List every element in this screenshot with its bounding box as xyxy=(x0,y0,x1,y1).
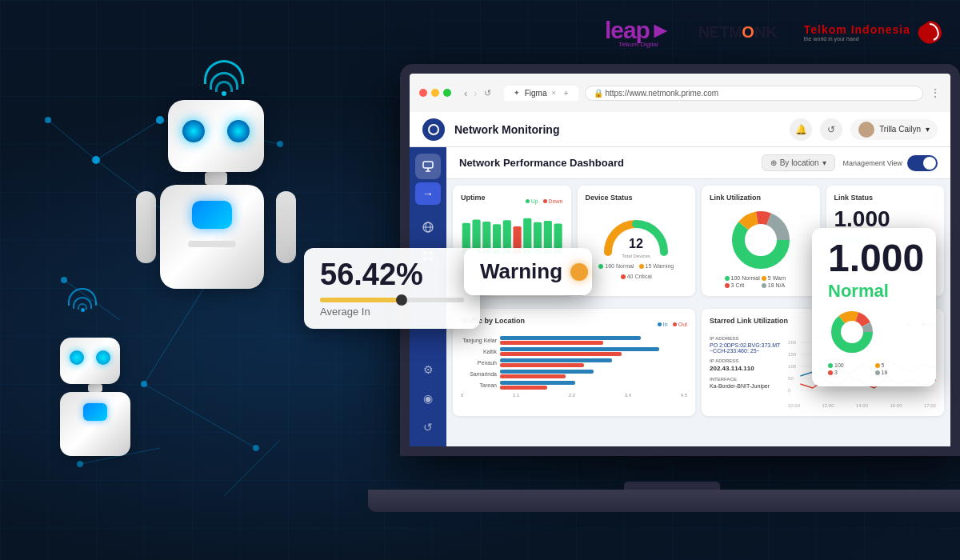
loc-in-bar-5 xyxy=(500,381,575,385)
toggle-label: Management View xyxy=(843,159,902,167)
loc-name-3: Penauh xyxy=(461,360,497,366)
globe-icon xyxy=(422,221,434,234)
netmonk-text-start: NETM xyxy=(698,23,742,42)
settings-icon[interactable]: ↺ xyxy=(820,118,842,141)
legend-critical-devices: 40 Critical xyxy=(621,274,652,279)
loc-out-bar-5 xyxy=(500,386,547,390)
small-robot-eye-right xyxy=(96,350,110,365)
filter-btn[interactable]: ⊕ By location ▾ xyxy=(762,154,835,171)
telkom-sub: the world in your hand xyxy=(804,36,910,42)
robot-neck xyxy=(205,172,227,185)
browser-dots xyxy=(419,89,451,97)
toggle-switch[interactable] xyxy=(907,155,938,171)
back-icon[interactable]: ‹ xyxy=(464,87,467,99)
robot-chest-light xyxy=(192,201,232,229)
app-title: Network Monitoring xyxy=(454,123,780,136)
browser-nav: ‹ › ↺ xyxy=(464,87,491,99)
pie-container: 100 Normal 5 Warn 3 Crit xyxy=(710,208,812,288)
traffic-in-label: In xyxy=(658,322,668,327)
loc-name-2: Kaltik xyxy=(461,349,497,354)
loc-out-bar-4 xyxy=(500,374,566,378)
warning-card: Warning xyxy=(464,248,592,295)
sidebar-icon-circle[interactable]: ◉ xyxy=(415,386,441,411)
main-robot xyxy=(160,100,272,289)
link-normal-legend: 100 Normal xyxy=(725,275,760,281)
device-legend: 160 Normal 15 Warning xyxy=(586,263,688,279)
user-badge[interactable]: Trilla Cailyn ▾ xyxy=(850,119,938,140)
svg-text:150: 150 xyxy=(788,351,797,357)
browser-minimize-dot[interactable] xyxy=(431,89,439,97)
panel-header: Network Performance Dashboard ⊕ By locat… xyxy=(446,147,950,179)
browser-address-bar[interactable]: 🔒 https://www.netmonk.prime.com xyxy=(585,86,923,101)
link-na-dot xyxy=(762,283,766,288)
tab-close-btn[interactable]: × xyxy=(551,89,555,97)
logo-divider-2 xyxy=(790,16,791,48)
toggle-area: Management View xyxy=(843,155,938,171)
app-logo-inner xyxy=(428,124,439,135)
small-robot-neck xyxy=(88,384,102,392)
link-util-title: Link Utilization xyxy=(710,194,812,202)
browser-tab[interactable]: ✦ Figma × + xyxy=(504,86,578,101)
percentage-value: 56.42% xyxy=(320,259,464,290)
leap-subtitle: Telkom Digital xyxy=(618,41,658,48)
traffic-out-label: Out xyxy=(673,322,687,327)
browser-expand-dot[interactable] xyxy=(443,89,451,97)
small-robot xyxy=(60,338,130,456)
sidebar-icon-refresh[interactable]: ↺ xyxy=(415,414,441,440)
loc-row-1: Tanjung Kelar xyxy=(461,336,687,345)
browser-close-dot[interactable] xyxy=(419,89,427,97)
percentage-label: Average In xyxy=(320,306,464,318)
link-pie-chart xyxy=(729,208,793,272)
progress-bar xyxy=(320,298,464,302)
link-critical-dot xyxy=(725,283,730,288)
loc-out-bar-1 xyxy=(500,341,603,345)
traffic-x-labels: 0 1.1 2.2 3.4 4.5 xyxy=(461,393,687,398)
browser-menu-icon[interactable]: ⋮ xyxy=(930,86,941,99)
loc-in-bar-2 xyxy=(500,347,659,351)
forward-icon[interactable]: › xyxy=(474,87,477,99)
refresh-icon[interactable]: ↺ xyxy=(484,88,491,98)
new-tab-btn[interactable]: + xyxy=(564,89,569,98)
logo-divider-1 xyxy=(685,16,686,48)
legend-warning-devices: 15 Warning xyxy=(639,263,674,269)
panel-title: Network Performance Dashboard xyxy=(459,157,754,169)
legend-critical: 3 xyxy=(834,370,838,375)
link-normal-dot xyxy=(725,276,730,281)
sidebar-icon-monitor[interactable] xyxy=(415,154,441,179)
loc-row-4: Samarinda xyxy=(461,370,687,378)
small-robot-chest xyxy=(83,403,107,421)
netmonk-o-icon: O xyxy=(742,23,754,42)
sidebar-icon-gear[interactable]: ⚙ xyxy=(415,357,441,382)
user-name: Trilla Cailyn xyxy=(879,125,921,134)
svg-text:12: 12 xyxy=(629,237,643,250)
svg-text:0: 0 xyxy=(788,387,791,393)
sidebar-icon-globe[interactable] xyxy=(415,214,441,240)
loc-in-bar-4 xyxy=(500,370,594,374)
filter-icon: ⊕ xyxy=(770,158,777,167)
notification-icon[interactable]: 🔔 xyxy=(790,118,812,141)
link-normal-val: 100 xyxy=(731,275,741,281)
ip-label: IP ADDRESS xyxy=(710,336,782,341)
robot-arm-left xyxy=(136,191,156,263)
link-warning-val: 5 xyxy=(768,275,771,281)
starred-title: Starred Link Utilization xyxy=(710,317,788,325)
sidebar-arrow[interactable]: → xyxy=(415,182,441,205)
warning-label: Warning xyxy=(480,259,562,284)
interface-label: INTERFACE xyxy=(710,377,782,382)
ip-value2: 202.43.114.110 xyxy=(710,365,782,372)
progress-fill xyxy=(320,298,402,302)
link-warning-dot xyxy=(762,276,766,281)
svg-text:Total Devices: Total Devices xyxy=(622,254,650,258)
small-robot-head xyxy=(60,338,120,384)
link-critical-legend: 3 Crit xyxy=(725,282,760,288)
svg-rect-22 xyxy=(423,162,433,168)
legend-normal-count: 160 xyxy=(605,263,614,269)
link-na-legend: 18 N/A xyxy=(762,282,797,288)
loc-out-bar-3 xyxy=(500,363,584,367)
gauge-container: 12 Total Devices 160 Normal xyxy=(586,208,688,279)
robot-body xyxy=(160,185,264,289)
toggle-knob xyxy=(923,157,936,170)
device-status-card: Device Status 12 xyxy=(578,186,696,296)
legend-normal: 100 xyxy=(834,362,844,368)
starred-info: IP ADDRESS PO 2:0DPS:02.BVG:373.MT~CCH-2… xyxy=(710,336,782,408)
